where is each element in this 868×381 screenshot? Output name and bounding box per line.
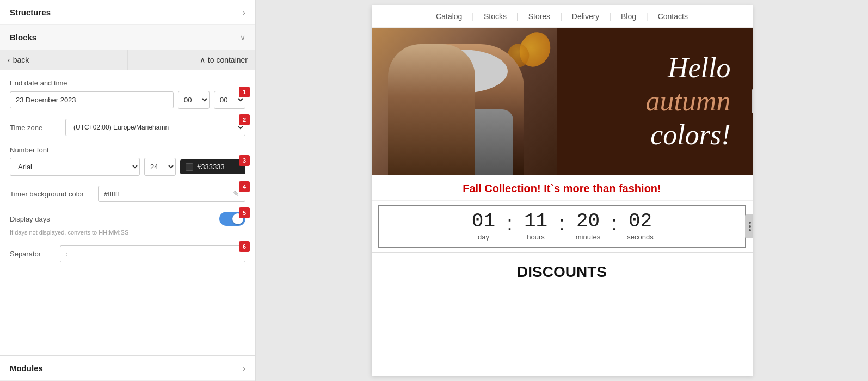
nav-catalog[interactable]: Catalog: [426, 12, 472, 21]
timer-seconds-unit: 02 seconds: [621, 212, 660, 241]
timer-day-unit: 01 day: [464, 212, 502, 241]
banner-image: [372, 28, 557, 175]
timer-colon-3: :: [607, 212, 621, 233]
timer-day-label: day: [478, 233, 489, 241]
back-chevron-icon: ‹: [8, 56, 10, 64]
structures-chevron: ›: [243, 8, 245, 17]
timer-minutes-label: minutes: [576, 233, 601, 241]
badge-4: 4: [239, 181, 250, 192]
back-button[interactable]: ‹ back: [0, 50, 128, 70]
font-family-select[interactable]: Arial: [10, 158, 140, 176]
banner: Hello autumn colors!: [372, 28, 753, 175]
bg-color-row: Timer background color #ffffff ✎ 4: [10, 186, 245, 202]
timer-colon-2: :: [555, 212, 569, 233]
badge-3: 3: [239, 155, 250, 166]
end-date-time-group: End date and time 00 00 1: [10, 79, 245, 109]
end-date-time-label: End date and time: [10, 79, 245, 87]
timezone-row: Time zone (UTC+02:00) Europe/Mariehamn 2: [10, 119, 245, 136]
modules-section[interactable]: Modules ›: [0, 355, 255, 381]
date-input[interactable]: [10, 91, 174, 108]
timezone-group: Time zone (UTC+02:00) Europe/Mariehamn 2: [10, 119, 245, 136]
font-size-select[interactable]: 24: [144, 158, 176, 176]
right-panel: Catalog | Stocks | Stores | Delivery | B…: [256, 0, 868, 381]
badge-5: 5: [239, 207, 250, 218]
nav-stocks[interactable]: Stocks: [474, 12, 516, 21]
timer-minutes-unit: 20 minutes: [569, 212, 607, 241]
timer-bg-color-label: Timer background color: [10, 190, 91, 198]
timer-section: 01 day : 11 hours : 20 minutes : 02 seco…: [372, 201, 753, 253]
timer-box: 01 day : 11 hours : 20 minutes : 02 seco…: [378, 205, 746, 248]
left-panel: Structures › Blocks ∨ ‹ back ∧ to contai…: [0, 0, 256, 381]
timer-day-value: 01: [472, 212, 495, 231]
display-days-row: Display days 5: [10, 212, 245, 226]
display-days-hint: If days not displayed, converts to HH:MM…: [10, 229, 245, 236]
timer-hours-value: 11: [524, 212, 547, 231]
modules-title: Modules: [10, 364, 43, 373]
separator-input[interactable]: [60, 245, 245, 262]
site-nav: Catalog | Stocks | Stores | Delivery | B…: [372, 5, 753, 28]
banner-text-area: Hello autumn colors!: [557, 28, 753, 175]
badge-1: 1: [239, 87, 250, 97]
number-font-label: Number font: [10, 146, 245, 154]
timer-seconds-value: 02: [629, 212, 652, 231]
timer-bg-color-hex: #ffffff: [104, 190, 229, 198]
structures-title: Structures: [10, 8, 51, 17]
modules-chevron: ›: [243, 364, 245, 373]
site-preview: Catalog | Stocks | Stores | Delivery | B…: [372, 5, 753, 376]
nav-stores[interactable]: Stores: [519, 12, 560, 21]
structures-section[interactable]: Structures ›: [0, 0, 255, 25]
banner-hello: Hello: [668, 52, 731, 83]
hours-select[interactable]: 00: [178, 91, 210, 109]
timer-hours-unit: 11 hours: [516, 212, 555, 241]
to-container-button[interactable]: ∧ to container: [128, 50, 255, 70]
font-row: Arial 24 #333333 3: [10, 158, 245, 176]
nav-delivery[interactable]: Delivery: [562, 12, 610, 21]
font-color-input[interactable]: #333333: [180, 159, 245, 174]
to-container-chevron-icon: ∧: [200, 56, 205, 64]
date-time-row: 00 00 1: [10, 91, 245, 109]
blocks-section[interactable]: Blocks ∨: [0, 25, 255, 50]
blocks-title: Blocks: [10, 33, 36, 42]
timezone-select[interactable]: (UTC+02:00) Europe/Mariehamn: [65, 119, 245, 136]
timer-hours-label: hours: [527, 233, 545, 241]
to-container-label: to container: [208, 56, 248, 64]
nav-bar: ‹ back ∧ to container: [0, 50, 255, 70]
timezone-label: Time zone: [10, 124, 59, 132]
font-color-hex: #333333: [197, 163, 225, 171]
number-font-group: Number font Arial 24 #333333 3: [10, 146, 245, 176]
display-days-group: Display days 5 If days not displayed, co…: [10, 212, 245, 236]
banner-autumn: autumn: [646, 85, 731, 116]
separator-group: Separator 6: [10, 245, 245, 262]
banner-colors: colors!: [650, 119, 730, 150]
nav-blog[interactable]: Blog: [611, 12, 646, 21]
blocks-chevron: ∨: [240, 33, 245, 42]
badge-6: 6: [239, 241, 250, 252]
discounts-title: DISCOUNTS: [372, 253, 753, 292]
timer-colon-1: :: [502, 212, 516, 233]
nav-contacts[interactable]: Contacts: [648, 12, 698, 21]
timer-seconds-label: seconds: [627, 233, 653, 241]
separator-label: Separator: [10, 250, 53, 258]
back-label: back: [13, 56, 29, 64]
font-color-swatch: [186, 163, 193, 171]
panel-content: End date and time 00 00 1 Time z: [0, 70, 255, 355]
fall-collection-text: Fall Collection! It`s more than fashion!: [372, 175, 753, 201]
timer-bg-color-group: Timer background color #ffffff ✎ 4: [10, 186, 245, 202]
badge-2: 2: [239, 114, 250, 125]
separator-row: Separator 6: [10, 245, 245, 262]
banner-options-button[interactable]: [752, 89, 753, 113]
timer-options-button[interactable]: [745, 214, 753, 238]
timer-bg-color-input[interactable]: #ffffff ✎: [98, 186, 245, 202]
timer-minutes-value: 20: [576, 212, 600, 231]
display-days-label: Display days: [10, 215, 213, 223]
